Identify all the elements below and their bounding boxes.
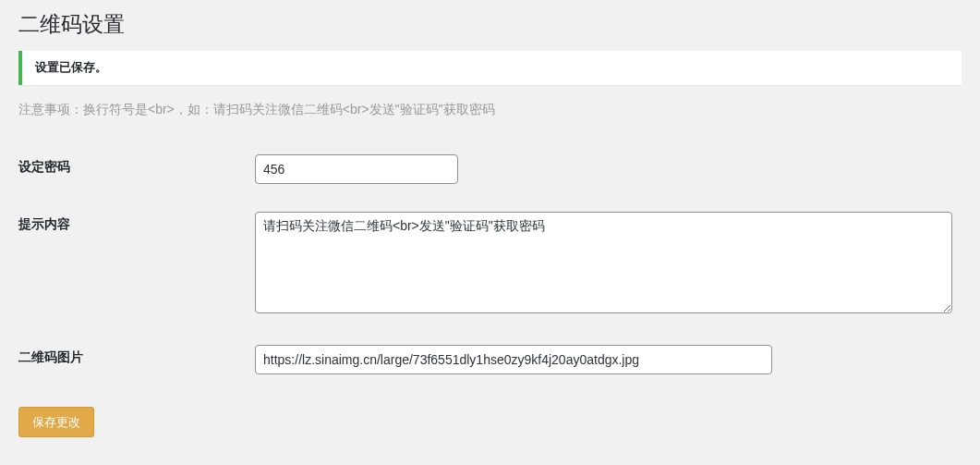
tip-textarea[interactable] xyxy=(255,212,952,313)
password-input[interactable] xyxy=(255,154,458,184)
save-button[interactable]: 保存更改 xyxy=(18,407,94,438)
notice-message: 设置已保存。 xyxy=(33,57,950,78)
qr-input[interactable] xyxy=(255,345,772,374)
helper-text: 注意事项：换行符号是<br>，如：请扫码关注微信二维码<br>发送"验证码"获取… xyxy=(18,102,962,118)
password-label: 设定密码 xyxy=(18,141,246,198)
tip-label: 提示内容 xyxy=(18,198,246,331)
qr-label: 二维码图片 xyxy=(18,331,246,388)
notice-success: 设置已保存。 xyxy=(18,51,962,85)
settings-form-table: 设定密码 提示内容 二维码图片 xyxy=(18,141,962,388)
page-title: 二维码设置 xyxy=(18,0,962,46)
